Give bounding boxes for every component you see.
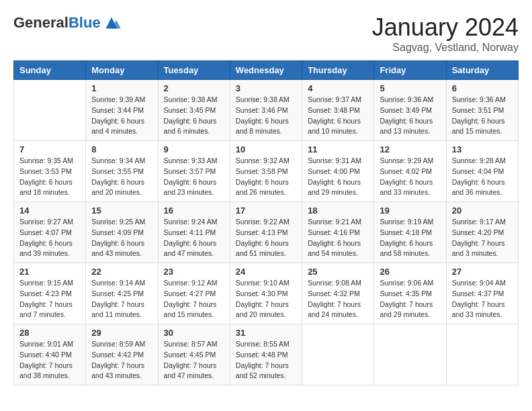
calendar-cell: 8Sunrise: 9:34 AMSunset: 3:55 PMDaylight… <box>86 141 158 202</box>
calendar-cell: 18Sunrise: 9:21 AMSunset: 4:16 PMDayligh… <box>302 202 374 263</box>
day-number: 28 <box>19 328 80 338</box>
calendar-cell: 15Sunrise: 9:25 AMSunset: 4:09 PMDayligh… <box>86 202 158 263</box>
calendar-cell: 6Sunrise: 9:36 AMSunset: 3:51 PMDaylight… <box>446 80 518 141</box>
day-info: Sunrise: 9:14 AMSunset: 4:25 PMDaylight:… <box>91 278 152 320</box>
day-number: 16 <box>164 205 224 216</box>
month-title: January 2024 <box>372 13 519 42</box>
calendar-cell: 29Sunrise: 8:59 AMSunset: 4:42 PMDayligh… <box>86 324 158 385</box>
calendar-cell: 10Sunrise: 9:32 AMSunset: 3:58 PMDayligh… <box>230 141 302 202</box>
logo-general-text: General <box>13 14 69 31</box>
calendar-cell: 23Sunrise: 9:12 AMSunset: 4:27 PMDayligh… <box>158 263 230 324</box>
calendar-week-row: 21Sunrise: 9:15 AMSunset: 4:23 PMDayligh… <box>14 263 519 324</box>
day-info: Sunrise: 9:15 AMSunset: 4:23 PMDaylight:… <box>19 278 80 320</box>
day-info: Sunrise: 8:59 AMSunset: 4:42 PMDaylight:… <box>91 339 152 381</box>
day-number: 30 <box>164 328 224 338</box>
day-number: 17 <box>236 205 296 216</box>
day-number: 29 <box>91 328 152 338</box>
day-number: 31 <box>236 328 296 338</box>
calendar-cell: 30Sunrise: 8:57 AMSunset: 4:45 PMDayligh… <box>158 324 230 385</box>
day-info: Sunrise: 9:17 AMSunset: 4:20 PMDaylight:… <box>452 217 513 259</box>
day-number: 21 <box>19 267 80 277</box>
logo-icon <box>102 13 121 32</box>
day-number: 1 <box>91 83 152 93</box>
weekday-header-tuesday: Tuesday <box>158 61 230 80</box>
day-info: Sunrise: 9:35 AMSunset: 3:53 PMDaylight:… <box>19 156 80 198</box>
day-number: 20 <box>452 205 513 216</box>
calendar-cell: 11Sunrise: 9:31 AMSunset: 4:00 PMDayligh… <box>302 141 374 202</box>
calendar-week-row: 7Sunrise: 9:35 AMSunset: 3:53 PMDaylight… <box>14 141 519 202</box>
day-number: 18 <box>308 205 368 216</box>
calendar-cell: 19Sunrise: 9:19 AMSunset: 4:18 PMDayligh… <box>374 202 446 263</box>
calendar-cell: 28Sunrise: 9:01 AMSunset: 4:40 PMDayligh… <box>14 324 86 385</box>
weekday-header-wednesday: Wednesday <box>230 61 302 80</box>
calendar-cell: 27Sunrise: 9:04 AMSunset: 4:37 PMDayligh… <box>446 263 518 324</box>
calendar-cell: 20Sunrise: 9:17 AMSunset: 4:20 PMDayligh… <box>446 202 518 263</box>
weekday-header-thursday: Thursday <box>302 61 374 80</box>
calendar-week-row: 14Sunrise: 9:27 AMSunset: 4:07 PMDayligh… <box>14 202 519 263</box>
day-info: Sunrise: 9:06 AMSunset: 4:35 PMDaylight:… <box>380 278 440 320</box>
day-info: Sunrise: 9:39 AMSunset: 3:44 PMDaylight:… <box>91 95 152 137</box>
day-number: 15 <box>91 205 152 216</box>
day-number: 9 <box>164 144 224 154</box>
page-header: GeneralBlue January 2024 Sagvag, Vestlan… <box>13 13 519 54</box>
day-info: Sunrise: 9:31 AMSunset: 4:00 PMDaylight:… <box>308 156 368 198</box>
day-number: 8 <box>91 144 152 154</box>
day-number: 11 <box>308 144 368 154</box>
calendar-week-row: 1Sunrise: 9:39 AMSunset: 3:44 PMDaylight… <box>14 80 519 141</box>
day-info: Sunrise: 9:19 AMSunset: 4:18 PMDaylight:… <box>380 217 440 259</box>
day-number: 12 <box>380 144 440 154</box>
day-info: Sunrise: 9:22 AMSunset: 4:13 PMDaylight:… <box>236 217 296 259</box>
day-number: 13 <box>452 144 513 154</box>
weekday-header-saturday: Saturday <box>446 61 518 80</box>
day-number: 14 <box>19 205 80 216</box>
calendar-table: SundayMondayTuesdayWednesdayThursdayFrid… <box>13 60 519 385</box>
day-info: Sunrise: 9:38 AMSunset: 3:45 PMDaylight:… <box>164 95 224 137</box>
logo-blue-text: Blue <box>69 14 101 31</box>
day-info: Sunrise: 9:24 AMSunset: 4:11 PMDaylight:… <box>164 217 224 259</box>
day-info: Sunrise: 9:33 AMSunset: 3:57 PMDaylight:… <box>164 156 224 198</box>
day-info: Sunrise: 9:12 AMSunset: 4:27 PMDaylight:… <box>164 278 224 320</box>
calendar-cell: 24Sunrise: 9:10 AMSunset: 4:30 PMDayligh… <box>230 263 302 324</box>
day-info: Sunrise: 9:25 AMSunset: 4:09 PMDaylight:… <box>91 217 152 259</box>
logo: GeneralBlue <box>13 13 121 32</box>
weekday-header-sunday: Sunday <box>14 61 86 80</box>
day-number: 5 <box>380 83 440 93</box>
title-area: January 2024 Sagvag, Vestland, Norway <box>372 13 519 54</box>
day-info: Sunrise: 9:01 AMSunset: 4:40 PMDaylight:… <box>19 339 80 381</box>
day-number: 3 <box>236 83 296 93</box>
calendar-cell: 12Sunrise: 9:29 AMSunset: 4:02 PMDayligh… <box>374 141 446 202</box>
day-info: Sunrise: 8:55 AMSunset: 4:48 PMDaylight:… <box>236 339 296 381</box>
calendar-cell: 1Sunrise: 9:39 AMSunset: 3:44 PMDaylight… <box>86 80 158 141</box>
calendar-cell: 9Sunrise: 9:33 AMSunset: 3:57 PMDaylight… <box>158 141 230 202</box>
weekday-header-friday: Friday <box>374 61 446 80</box>
day-info: Sunrise: 9:04 AMSunset: 4:37 PMDaylight:… <box>452 278 513 320</box>
day-info: Sunrise: 9:38 AMSunset: 3:46 PMDaylight:… <box>236 95 296 137</box>
day-number: 4 <box>308 83 368 93</box>
day-info: Sunrise: 9:10 AMSunset: 4:30 PMDaylight:… <box>236 278 296 320</box>
calendar-cell <box>302 324 374 385</box>
day-number: 10 <box>236 144 296 154</box>
day-info: Sunrise: 9:08 AMSunset: 4:32 PMDaylight:… <box>308 278 368 320</box>
calendar-cell: 7Sunrise: 9:35 AMSunset: 3:53 PMDaylight… <box>14 141 86 202</box>
day-info: Sunrise: 9:28 AMSunset: 4:04 PMDaylight:… <box>452 156 513 198</box>
day-info: Sunrise: 9:34 AMSunset: 3:55 PMDaylight:… <box>91 156 152 198</box>
calendar-cell: 3Sunrise: 9:38 AMSunset: 3:46 PMDaylight… <box>230 80 302 141</box>
day-number: 27 <box>452 267 513 277</box>
day-number: 25 <box>308 267 368 277</box>
day-number: 26 <box>380 267 440 277</box>
calendar-cell <box>446 324 518 385</box>
day-info: Sunrise: 9:29 AMSunset: 4:02 PMDaylight:… <box>380 156 440 198</box>
day-info: Sunrise: 8:57 AMSunset: 4:45 PMDaylight:… <box>164 339 224 381</box>
calendar-cell: 21Sunrise: 9:15 AMSunset: 4:23 PMDayligh… <box>14 263 86 324</box>
calendar-cell: 14Sunrise: 9:27 AMSunset: 4:07 PMDayligh… <box>14 202 86 263</box>
calendar-cell: 2Sunrise: 9:38 AMSunset: 3:45 PMDaylight… <box>158 80 230 141</box>
day-number: 2 <box>164 83 224 93</box>
calendar-cell: 4Sunrise: 9:37 AMSunset: 3:48 PMDaylight… <box>302 80 374 141</box>
calendar-cell: 17Sunrise: 9:22 AMSunset: 4:13 PMDayligh… <box>230 202 302 263</box>
weekday-header-monday: Monday <box>86 61 158 80</box>
day-number: 24 <box>236 267 296 277</box>
day-number: 19 <box>380 205 440 216</box>
calendar-cell: 5Sunrise: 9:36 AMSunset: 3:49 PMDaylight… <box>374 80 446 141</box>
day-number: 7 <box>19 144 80 154</box>
day-info: Sunrise: 9:37 AMSunset: 3:48 PMDaylight:… <box>308 95 368 137</box>
